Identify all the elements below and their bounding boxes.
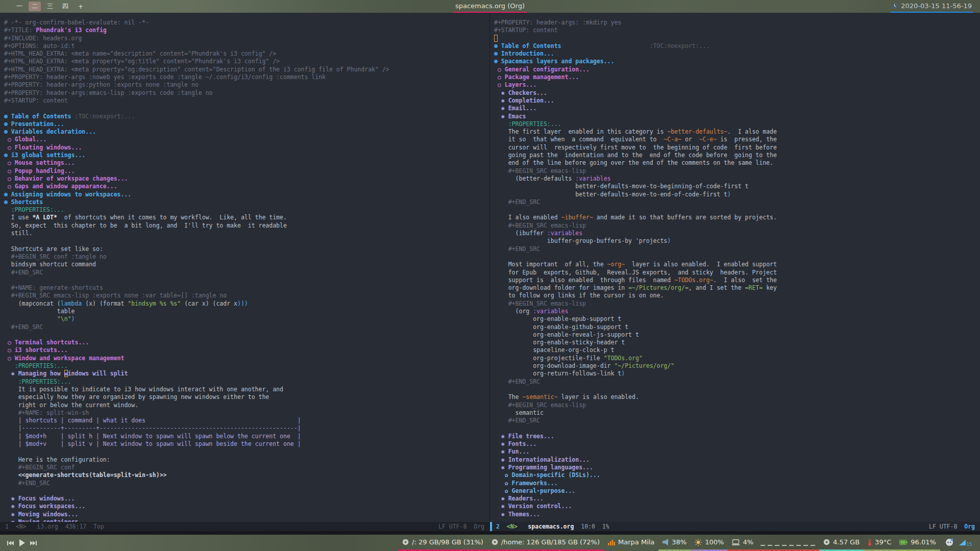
buffer-line: org-projectile-file "TODOs.org" xyxy=(494,355,980,362)
temperature-text: 39°C xyxy=(875,538,891,546)
buffer-line: org-enable-reveal-js-support t xyxy=(494,331,980,339)
buffer-line: to follow org links if the cursor is on … xyxy=(494,292,980,299)
workspace-add-button[interactable]: + xyxy=(75,2,87,11)
buffer-line: ⊛ Variables declaration... xyxy=(4,128,489,136)
buffer-line xyxy=(4,105,489,112)
music-track-text: Marpa Mila xyxy=(618,538,654,546)
buffer-line: org-enable-epub-support t xyxy=(494,315,980,323)
emacs-window: # -*- org-confirm-babel-evaluate: nil -*… xyxy=(0,13,980,535)
buffer-line: It is possible to indicate to i3 how win… xyxy=(4,386,489,393)
buffer-line: ✱ Checkers... xyxy=(494,89,980,97)
right-buffer[interactable]: #+PROPERTY: header-args: :mkdirp yes#+ST… xyxy=(490,13,980,522)
buffer-line: #+END_SRC xyxy=(4,480,489,487)
buffer-line xyxy=(494,206,980,214)
buffer-line: ✿ General-purpose... xyxy=(494,487,980,495)
buffer-line: "\n") xyxy=(4,315,489,323)
memory-icon xyxy=(823,539,830,545)
buffer-line: ○ Layers... xyxy=(494,81,980,89)
buffer-line: #+PROPERTY: header-args: :mkdirp yes xyxy=(494,19,980,27)
buffer-line: | shortcuts | command | what it does | xyxy=(4,417,489,424)
buffer-line: ✱ File trees... xyxy=(494,433,980,440)
buffer-line: ⊛ Table of Contents :TOC:noexport:... xyxy=(4,113,489,120)
buffer-line: Shortcuts are set like so: xyxy=(4,245,489,253)
buffer-line: :PROPERTIES:... xyxy=(4,206,489,214)
buffer-line: ✱ Themes... xyxy=(494,511,980,518)
buffer-line: ✱ Completion... xyxy=(494,97,980,105)
buffer-line: #+END_SRC xyxy=(494,198,980,206)
buffer-line: #+STARTUP: content xyxy=(494,27,980,34)
buffer-line: ✱ Fonts... xyxy=(494,440,980,448)
clock-module: 2020-03-15 11-56-19 xyxy=(890,0,973,13)
buffer-line: ✿ Domain-specific (DSLs)... xyxy=(494,471,980,479)
buffer-line: ✱ Emacs xyxy=(494,113,980,120)
buffer-line: org-enable-sticky-header t xyxy=(494,339,980,346)
buffer-line: ○ Popup handling... xyxy=(4,167,489,175)
battery-module: 96.01% xyxy=(895,535,940,551)
buffer-line: ⊛ Spacemacs layers and packages... xyxy=(494,58,980,65)
buffer-line xyxy=(494,253,980,261)
buffer-line: org-download-image-dir "~/Pictures/org/" xyxy=(494,362,980,370)
buffer-line: ibuffer-group-buffers-by 'projects) xyxy=(494,237,980,245)
buffer-line: org-enable-github-support t xyxy=(494,323,980,331)
buffer-line: #+BEGIN_SRC emacs-lisp :exports none :va… xyxy=(4,292,489,299)
buffer-line: (mapconcat (lambda (x) (format "bindsym … xyxy=(4,300,489,308)
buffer-line: :PROPERTIES:... xyxy=(4,378,489,386)
buffer-line: :PROPERTIES:... xyxy=(4,362,489,370)
buffer-line: (ibuffer :variables xyxy=(494,230,980,237)
buffer-line: ⊛ Introduction... xyxy=(494,50,980,58)
pane-i3-org: # -*- org-confirm-babel-evaluate: nil -*… xyxy=(0,13,490,531)
workspace-3[interactable]: 三 xyxy=(44,2,56,11)
workspace-1[interactable]: 一 xyxy=(13,2,26,11)
disk-home-text: /home: 126 GB/185 GB (72%) xyxy=(501,538,600,546)
buffer-line: ⊛ Presentation... xyxy=(4,120,489,128)
buffer-line xyxy=(494,386,980,393)
media-play-button[interactable] xyxy=(19,539,25,546)
buffer-line: for Epub exports, Github, Reveal.JS expo… xyxy=(494,269,980,277)
buffer-line: ○ General configuration... xyxy=(494,66,980,73)
buffer-line: ✱ Focus workspaces... xyxy=(4,503,489,510)
buffer-line: ✱ Programming languages... xyxy=(494,464,980,471)
buffer-line xyxy=(4,448,489,456)
music-module[interactable]: Marpa Mila xyxy=(604,535,658,551)
left-buffer[interactable]: # -*- org-confirm-babel-evaluate: nil -*… xyxy=(0,13,489,522)
media-previous-button[interactable] xyxy=(7,540,14,546)
buffer-line: I use *A LOT* of shortcuts when it comes… xyxy=(4,214,489,221)
buffer-line: #+END_SRC xyxy=(494,417,980,424)
brightness-module[interactable]: 100% xyxy=(691,535,728,551)
buffer-line: #+NAME: split-win-sh xyxy=(4,409,489,417)
volume-module[interactable]: 38% xyxy=(658,535,691,551)
buffer-line: #+STARTUP: content xyxy=(4,97,489,105)
buffer-line: #+END_SRC xyxy=(4,323,489,331)
buffer-line: ⊛ Assigning windows to workspaces... xyxy=(4,191,489,198)
buffer-line xyxy=(494,424,980,432)
left-modeline: 1 <N> i3.org 438:17 Top LF UTF-8 Org xyxy=(0,522,489,531)
buffer-line: #+HTML_HEAD_EXTRA: <meta property="og:de… xyxy=(4,66,489,73)
buffer-line: The ~semantic~ layer is also enabled. xyxy=(494,393,980,401)
buffer-line: better-defaults-move-to-beginning-of-cod… xyxy=(494,183,980,190)
buffer-line: Most important of all, the ~org~ layer i… xyxy=(494,261,980,268)
buffer-line: #+BEGIN_SRC emacs-lisp xyxy=(494,402,980,409)
buffer-line: better-defaults-move-to-end-of-code-firs… xyxy=(494,191,980,198)
buffer-line: ✱ Internationalization... xyxy=(494,456,980,464)
disk-root-text: /: 29 GB/98 GB (31%) xyxy=(412,538,483,546)
buffer-line: | $mod+v | split v | Next window to spaw… xyxy=(4,440,489,448)
workspace-4[interactable]: 四 xyxy=(59,2,71,11)
network-badge: 15 xyxy=(967,539,972,547)
network-tray-icon[interactable]: 15 xyxy=(959,539,972,547)
bottom-status-bar: /: 29 GB/98 GB (31%) /home: 126 GB/185 G… xyxy=(0,535,980,551)
discord-tray-icon[interactable] xyxy=(945,538,953,548)
buffer-line: ○ Global... xyxy=(4,136,489,143)
buffer-line: table xyxy=(4,308,489,315)
buffer-line: The first layer enabled in this category… xyxy=(494,128,980,136)
buffer-line: #+HTML_HEAD_EXTRA: <meta name="descripti… xyxy=(4,50,489,58)
buffer-line: (better-defaults :variables xyxy=(494,175,980,183)
buffer-line: #+BEGIN_SRC conf :tangle no xyxy=(4,253,489,261)
system-tray: 15 xyxy=(940,535,977,551)
thermometer-icon xyxy=(868,539,872,546)
buffer-line: #+BEGIN_SRC emacs-lisp xyxy=(494,222,980,230)
media-next-button[interactable] xyxy=(30,540,37,546)
buffer-line xyxy=(4,277,489,284)
buffer-line: org-return-follows-link t) xyxy=(494,370,980,378)
workspace-2-active[interactable]: 二 xyxy=(29,2,41,11)
cpu-core-bars xyxy=(761,539,815,546)
